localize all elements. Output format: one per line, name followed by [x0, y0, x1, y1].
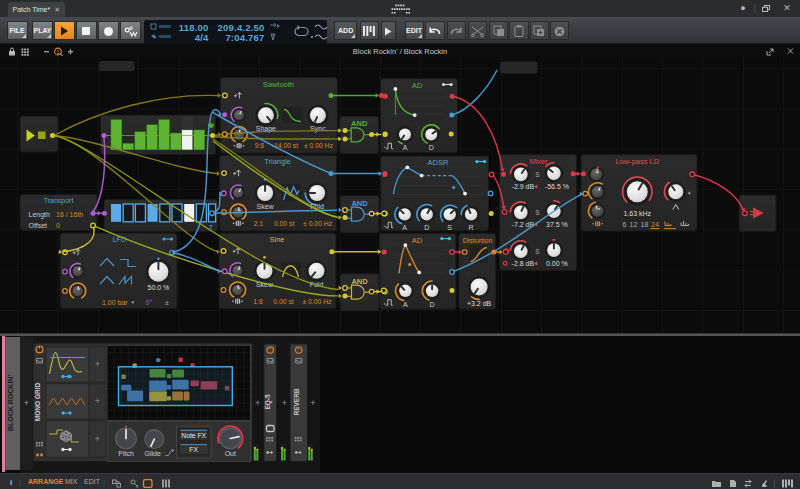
- svg-text:±: ±: [165, 299, 169, 306]
- svg-text:1.00 bar: 1.00 bar: [102, 299, 128, 306]
- svg-text:+: +: [310, 398, 315, 408]
- svg-text:0.00 st: 0.00 st: [273, 298, 294, 305]
- svg-text:0: 0: [56, 222, 60, 229]
- svg-text:Triangle: Triangle: [264, 157, 291, 166]
- svg-text:Transport: Transport: [44, 197, 74, 205]
- svg-text:37.5 %: 37.5 %: [546, 221, 568, 228]
- svg-text:± 0.00 Hz: ± 0.00 Hz: [302, 298, 332, 305]
- svg-text:+: +: [95, 434, 100, 444]
- svg-text:-2.8 dB: -2.8 dB: [512, 260, 535, 267]
- svg-text:A: A: [403, 301, 408, 308]
- svg-text:Sine: Sine: [269, 235, 284, 244]
- svg-text:0°: 0°: [146, 299, 153, 306]
- svg-text:50.0 %: 50.0 %: [148, 284, 170, 291]
- svg-text:+: +: [95, 396, 100, 406]
- svg-text:6: 6: [623, 221, 627, 228]
- svg-text:REVERB: REVERB: [293, 388, 300, 415]
- svg-text:1:8: 1:8: [253, 298, 263, 305]
- svg-text:AND: AND: [351, 277, 368, 286]
- svg-text:D: D: [430, 301, 435, 308]
- svg-text:+: +: [95, 359, 100, 369]
- svg-text:Sync: Sync: [310, 125, 326, 133]
- svg-text:Offset: Offset: [29, 222, 48, 229]
- svg-text:Note FX: Note FX: [181, 432, 206, 439]
- svg-text:1.63 kHz: 1.63 kHz: [623, 210, 651, 217]
- svg-text:Low-pass LD: Low-pass LD: [615, 157, 659, 166]
- svg-text:0.00 %: 0.00 %: [546, 260, 568, 267]
- svg-text:Distortion: Distortion: [463, 237, 493, 244]
- svg-text:Mixer: Mixer: [529, 157, 548, 166]
- svg-text:9:8: 9:8: [255, 142, 265, 149]
- svg-text:D: D: [429, 144, 434, 151]
- svg-text:EQ-5: EQ-5: [264, 394, 272, 410]
- svg-text:A: A: [403, 144, 408, 151]
- svg-text:Length: Length: [29, 211, 51, 219]
- svg-text:± 0.00 Hz: ± 0.00 Hz: [304, 142, 334, 149]
- svg-text:Glide: Glide: [145, 450, 161, 457]
- svg-text:R: R: [469, 224, 474, 231]
- svg-text:S: S: [447, 224, 452, 231]
- svg-text:+: +: [255, 398, 260, 408]
- svg-text:BLOCK ROCKIN': BLOCK ROCKIN': [7, 375, 14, 431]
- svg-text:+3.2 dB: +3.2 dB: [467, 300, 492, 307]
- svg-text:16 / 16th: 16 / 16th: [56, 211, 83, 218]
- svg-text:D: D: [424, 224, 429, 231]
- svg-text:+: +: [282, 398, 287, 408]
- svg-text:± 0.00 Hz: ± 0.00 Hz: [303, 220, 333, 227]
- svg-text:A: A: [402, 224, 407, 231]
- svg-text:AD: AD: [412, 236, 423, 245]
- svg-text:MONO GRID: MONO GRID: [34, 383, 41, 422]
- svg-text:-14.00 st: -14.00 st: [272, 142, 299, 149]
- svg-text:S: S: [535, 209, 540, 216]
- svg-text:ADSR: ADSR: [428, 158, 449, 167]
- svg-text:AND: AND: [351, 199, 368, 208]
- svg-text:Out: Out: [225, 450, 236, 457]
- svg-text:+: +: [24, 398, 29, 408]
- svg-text:Sawtooth: Sawtooth: [263, 80, 294, 89]
- svg-text:2:1: 2:1: [254, 220, 264, 227]
- svg-text:24: 24: [651, 221, 659, 228]
- svg-text:AND: AND: [351, 119, 368, 128]
- svg-text:AD: AD: [412, 81, 423, 90]
- svg-text:18: 18: [641, 221, 649, 228]
- svg-text:Skew: Skew: [257, 203, 275, 210]
- svg-text:-2.9 dB: -2.9 dB: [512, 183, 535, 190]
- svg-text:FX: FX: [189, 446, 198, 453]
- svg-text:S: S: [535, 171, 540, 178]
- svg-text:S: S: [535, 248, 540, 255]
- svg-text:-56.5 %: -56.5 %: [545, 183, 569, 190]
- svg-text:0.00 st: 0.00 st: [274, 220, 295, 227]
- svg-text:Pitch: Pitch: [118, 450, 134, 457]
- svg-text:12: 12: [630, 221, 638, 228]
